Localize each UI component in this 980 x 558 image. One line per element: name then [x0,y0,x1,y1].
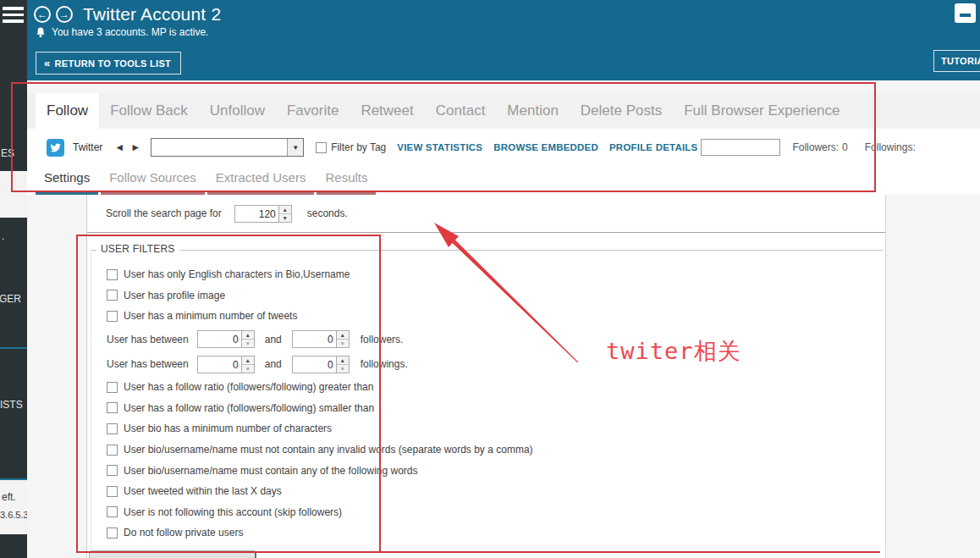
spinner-value[interactable]: 0 [198,356,241,373]
filter-row: User is not following this account (skip… [107,502,883,523]
range-label-after: followers. [361,334,404,345]
network-label: Twitter [73,141,102,153]
filter-range-row: User has between0▲▼and0▲▼followers. [107,327,883,352]
spinner-buttons: ▲▼ [241,356,254,373]
filter-row: User bio/username/name must not contain … [107,439,883,461]
browse-embedded-link[interactable]: BROWSE EMBEDDED [493,142,598,152]
filter-checkbox[interactable] [107,382,118,393]
spinner-up-icon[interactable]: ▲ [242,356,254,364]
tab-follow-back[interactable]: Follow Back [99,93,199,129]
menu-icon[interactable] [3,7,25,24]
profile-details-link[interactable]: PROFILE DETAILS [609,142,697,152]
scroll-duration-suffix: seconds. [307,207,348,219]
spinner-value[interactable]: 0 [198,331,241,347]
tab-retweet[interactable]: Retweet [350,93,424,129]
spinner-down-icon[interactable]: ▼ [242,364,254,373]
bell-icon [36,27,46,38]
toolbar-links: VIEW STATISTICSBROWSE EMBEDDEDPROFILE DE… [386,142,697,152]
range-max-spinner: 0▲▼ [292,356,350,373]
back-button[interactable]: ← [34,6,51,23]
spinner-down-icon[interactable]: ▼ [242,339,254,347]
filter-row: User bio/username/name must contain any … [107,460,883,481]
filter-checkbox[interactable] [107,423,118,434]
followings-label: Followings: [865,141,916,153]
filter-by-tag-label: Filter by Tag [331,141,386,153]
filter-checkbox[interactable] [107,445,118,456]
filter-checkbox[interactable] [107,465,118,476]
spinner-up-icon[interactable]: ▲ [242,331,254,339]
tab-unfollow[interactable]: Unfollow [199,93,276,129]
settings-panel: Scroll the search page for 120 ▲ ▼ secon… [86,195,886,558]
tab-follow[interactable]: Follow [36,93,99,129]
filter-label: User tweeted within the last X days [124,485,282,497]
spinner-buttons: ▲▼ [336,356,349,373]
sidebar-segment: ISTS [0,349,27,478]
tutorial-button[interactable]: TUTORIAL [933,50,980,72]
double-chevron-left-icon: « [44,57,51,69]
spinner-value[interactable]: 0 [293,331,336,347]
sidebar-item-fragment[interactable]: ES [1,147,14,159]
tab-favorite[interactable]: Favorite [276,93,350,129]
subtab-follow-sources[interactable]: Follow Sources [101,166,205,195]
sidebar-segment: ES [0,0,27,171]
filter-label: User bio/username/name must not contain … [124,444,533,456]
filter-checkbox[interactable] [107,486,118,497]
horizontal-scrollbar-thumb[interactable] [89,550,256,558]
tab-mention[interactable]: Mention [496,93,569,129]
filter-row: User has profile image [107,285,883,307]
subtab-extracted-users[interactable]: Extracted Users [207,166,315,195]
days-left-fragment: eft. [2,491,16,503]
range-min-spinner: 0▲▼ [197,330,255,348]
filter-checkbox[interactable] [107,269,118,280]
account-toolbar: Twitter ◄ ► ▼ Filter by Tag VIEW STATIST… [27,129,980,166]
spinner-down-icon[interactable]: ▼ [337,339,349,347]
filter-checkbox[interactable] [107,402,118,413]
spinner-value[interactable]: 0 [293,356,336,373]
subtab-results[interactable]: Results [317,166,376,195]
window-menu-icon[interactable] [955,3,976,23]
main-tab-bar: FollowFollow BackUnfollowFavoriteRetweet… [27,93,980,129]
prev-account-icon[interactable]: ◄ [114,142,124,152]
range-max-spinner: 0▲▼ [292,330,350,348]
filter-label: User bio/username/name must contain any … [124,465,418,477]
spinner-up-icon[interactable]: ▲ [337,356,349,364]
filter-row: User has a minimum number of tweets [107,306,883,327]
range-label-before: User has between [107,334,189,345]
filter-label: User has a minimum number of tweets [124,310,297,322]
sidebar-segment: . GER [0,218,27,347]
filter-label: User has a follow ratio (followers/follo… [124,402,374,414]
account-select[interactable]: ▼ [151,138,304,157]
next-account-icon[interactable]: ► [130,142,140,152]
account-select-value [151,139,287,156]
range-min-spinner: 0▲▼ [197,356,255,373]
filter-label: User bio has a minimum number of charact… [124,423,332,434]
spinner-value[interactable]: 120 [235,206,278,222]
view-statistics-link[interactable]: VIEW STATISTICS [397,142,482,152]
subtab-settings[interactable]: Settings [36,166,98,195]
chevron-down-icon[interactable]: ▼ [287,139,303,156]
forward-button[interactable]: → [56,6,73,23]
filter-by-tag-checkbox[interactable] [316,142,327,153]
tab-delete-posts[interactable]: Delete Posts [570,93,673,129]
profile-details-input[interactable] [701,139,780,156]
spinner-up-icon[interactable]: ▲ [279,206,291,213]
scroll-duration-row: Scroll the search page for 120 ▲ ▼ secon… [87,195,885,233]
filter-label: User has only English characters in Bio,… [124,268,350,280]
filter-checkbox[interactable] [107,506,118,517]
app-header: ← → Twitter Account 2 You have 3 account… [27,0,980,80]
spinner-down-icon[interactable]: ▼ [279,213,291,222]
filter-row: Do not follow private users [107,522,883,544]
sidebar-item-fragment[interactable]: GER [0,293,21,305]
spinner-down-icon[interactable]: ▼ [337,364,349,373]
tab-contact[interactable]: Contact [425,93,497,129]
return-to-tools-button[interactable]: «RETURN TO TOOLS LIST [36,52,181,75]
arrow-left-icon: ← [37,8,47,20]
range-label-mid: and [265,334,282,345]
sidebar-item-fragment[interactable]: ISTS [0,399,23,411]
range-label-mid: and [265,358,282,370]
tab-full-browser-experience[interactable]: Full Browser Experience [673,93,851,129]
spinner-up-icon[interactable]: ▲ [337,331,349,339]
filter-checkbox[interactable] [107,528,118,539]
filter-checkbox[interactable] [107,311,118,322]
filter-checkbox[interactable] [107,290,118,301]
